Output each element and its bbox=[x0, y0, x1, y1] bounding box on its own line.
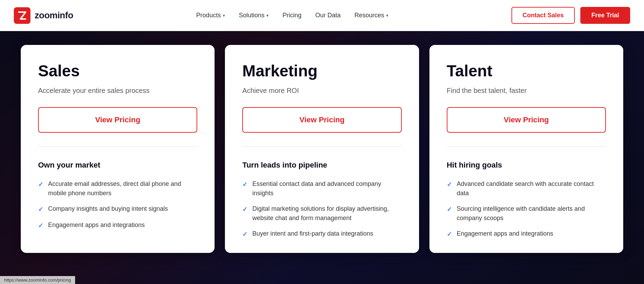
marketing-feature-list: ✓ Essential contact data and advanced co… bbox=[242, 179, 401, 239]
list-item: ✓ Essential contact data and advanced co… bbox=[242, 179, 401, 198]
chevron-down-icon: ▾ bbox=[223, 13, 225, 18]
talent-card-top: Talent Find the best talent, faster View… bbox=[429, 45, 623, 146]
pricing-cards-container: Sales Accelerate your entire sales proce… bbox=[21, 45, 623, 253]
free-trial-button[interactable]: Free Trial bbox=[580, 7, 630, 24]
check-icon: ✓ bbox=[447, 180, 452, 189]
check-icon: ✓ bbox=[447, 205, 452, 214]
list-item: ✓ Digital marketing solutions for displa… bbox=[242, 204, 401, 223]
check-icon: ✓ bbox=[447, 230, 452, 239]
talent-feature-list: ✓ Advanced candidate search with accurat… bbox=[447, 179, 606, 239]
header-actions: Contact Sales Free Trial bbox=[511, 7, 630, 24]
talent-card: Talent Find the best talent, faster View… bbox=[429, 45, 623, 253]
main-nav: Products ▾ Solutions ▾ Pricing Our Data … bbox=[196, 12, 388, 19]
nav-pricing[interactable]: Pricing bbox=[282, 12, 301, 19]
talent-card-title: Talent bbox=[447, 62, 606, 80]
nav-solutions[interactable]: Solutions ▾ bbox=[239, 12, 269, 19]
logo-text: zoominfo bbox=[35, 10, 73, 21]
nav-resources[interactable]: Resources ▾ bbox=[354, 12, 388, 19]
list-item: ✓ Accurate email addresses, direct dial … bbox=[38, 179, 197, 198]
sales-card-bottom: Own your market ✓ Accurate email address… bbox=[21, 147, 215, 244]
marketing-view-pricing-button[interactable]: View Pricing bbox=[242, 107, 401, 133]
talent-card-bottom: Hit hiring goals ✓ Advanced candidate se… bbox=[429, 147, 623, 253]
nav-products[interactable]: Products ▾ bbox=[196, 12, 225, 19]
sales-feature-title: Own your market bbox=[38, 161, 197, 170]
logo-area[interactable]: zoominfo bbox=[14, 7, 73, 24]
chevron-down-icon: ▾ bbox=[386, 13, 388, 18]
sales-card-title: Sales bbox=[38, 62, 197, 80]
marketing-feature-title: Turn leads into pipeline bbox=[242, 161, 401, 170]
sales-card-subtitle: Accelerate your entire sales process bbox=[38, 87, 197, 95]
marketing-card-top: Marketing Achieve more ROI View Pricing bbox=[225, 45, 419, 146]
check-icon: ✓ bbox=[242, 230, 247, 239]
check-icon: ✓ bbox=[38, 221, 43, 230]
sales-card: Sales Accelerate your entire sales proce… bbox=[21, 45, 215, 253]
list-item: ✓ Engagement apps and integrations bbox=[38, 220, 197, 230]
marketing-card-bottom: Turn leads into pipeline ✓ Essential con… bbox=[225, 147, 419, 253]
contact-sales-button[interactable]: Contact Sales bbox=[511, 7, 575, 24]
sales-feature-list: ✓ Accurate email addresses, direct dial … bbox=[38, 179, 197, 230]
marketing-card-title: Marketing bbox=[242, 62, 401, 80]
list-item: ✓ Engagement apps and integrations bbox=[447, 229, 606, 239]
talent-feature-title: Hit hiring goals bbox=[447, 161, 606, 170]
check-icon: ✓ bbox=[38, 180, 43, 189]
list-item: ✓ Buyer intent and first-party data inte… bbox=[242, 229, 401, 239]
list-item: ✓ Company insights and buying intent sig… bbox=[38, 204, 197, 214]
marketing-card-subtitle: Achieve more ROI bbox=[242, 87, 401, 95]
sales-view-pricing-button[interactable]: View Pricing bbox=[38, 107, 197, 133]
list-item: ✓ Sourcing intelligence with candidate a… bbox=[447, 204, 606, 223]
check-icon: ✓ bbox=[38, 205, 43, 214]
logo-icon bbox=[14, 7, 30, 24]
status-bar: https://www.zoominfo.com/pricing bbox=[0, 276, 75, 284]
main-header: zoominfo Products ▾ Solutions ▾ Pricing … bbox=[0, 0, 644, 31]
talent-card-subtitle: Find the best talent, faster bbox=[447, 87, 606, 95]
talent-view-pricing-button[interactable]: View Pricing bbox=[447, 107, 606, 133]
list-item: ✓ Advanced candidate search with accurat… bbox=[447, 179, 606, 198]
check-icon: ✓ bbox=[242, 205, 247, 214]
marketing-card: Marketing Achieve more ROI View Pricing … bbox=[225, 45, 419, 253]
nav-our-data[interactable]: Our Data bbox=[315, 12, 341, 19]
chevron-down-icon: ▾ bbox=[266, 13, 269, 18]
check-icon: ✓ bbox=[242, 180, 247, 189]
hero-section: Sales Accelerate your entire sales proce… bbox=[0, 31, 644, 284]
sales-card-top: Sales Accelerate your entire sales proce… bbox=[21, 45, 215, 146]
